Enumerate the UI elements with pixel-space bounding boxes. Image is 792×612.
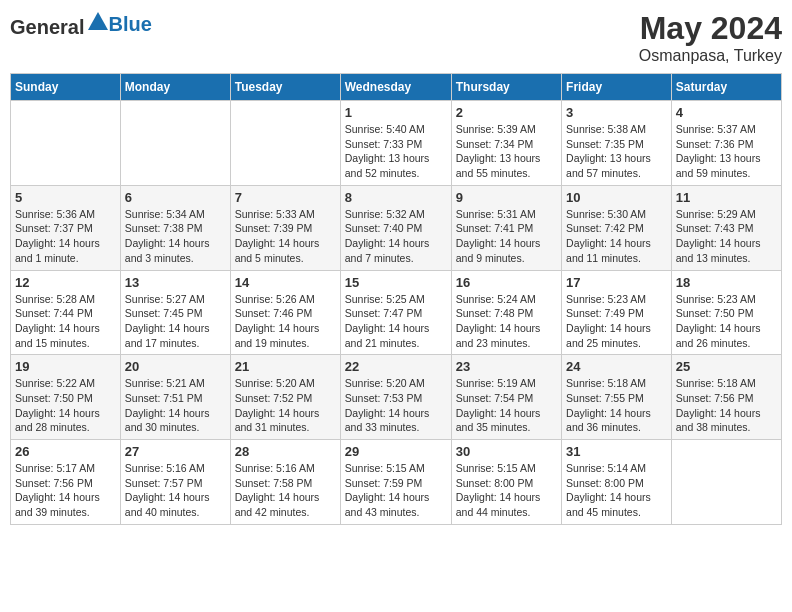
calendar-week-row: 5Sunrise: 5:36 AMSunset: 7:37 PMDaylight… [11, 185, 782, 270]
calendar-table: SundayMondayTuesdayWednesdayThursdayFrid… [10, 73, 782, 525]
calendar-cell: 21Sunrise: 5:20 AMSunset: 7:52 PMDayligh… [230, 355, 340, 440]
calendar-cell: 9Sunrise: 5:31 AMSunset: 7:41 PMDaylight… [451, 185, 561, 270]
day-info: Sunrise: 5:30 AMSunset: 7:42 PMDaylight:… [566, 207, 667, 266]
day-number: 21 [235, 359, 336, 374]
day-number: 20 [125, 359, 226, 374]
calendar-cell [230, 101, 340, 186]
day-number: 28 [235, 444, 336, 459]
calendar-cell: 17Sunrise: 5:23 AMSunset: 7:49 PMDayligh… [562, 270, 672, 355]
calendar-cell: 23Sunrise: 5:19 AMSunset: 7:54 PMDayligh… [451, 355, 561, 440]
day-number: 9 [456, 190, 557, 205]
calendar-cell: 29Sunrise: 5:15 AMSunset: 7:59 PMDayligh… [340, 440, 451, 525]
day-number: 27 [125, 444, 226, 459]
logo-general-text: General [10, 10, 110, 39]
day-info: Sunrise: 5:23 AMSunset: 7:49 PMDaylight:… [566, 292, 667, 351]
day-info: Sunrise: 5:32 AMSunset: 7:40 PMDaylight:… [345, 207, 447, 266]
location-title: Osmanpasa, Turkey [639, 47, 782, 65]
day-info: Sunrise: 5:37 AMSunset: 7:36 PMDaylight:… [676, 122, 777, 181]
day-number: 25 [676, 359, 777, 374]
calendar-cell: 6Sunrise: 5:34 AMSunset: 7:38 PMDaylight… [120, 185, 230, 270]
day-number: 29 [345, 444, 447, 459]
day-number: 14 [235, 275, 336, 290]
day-number: 8 [345, 190, 447, 205]
day-number: 5 [15, 190, 116, 205]
day-info: Sunrise: 5:21 AMSunset: 7:51 PMDaylight:… [125, 376, 226, 435]
svg-marker-0 [88, 12, 108, 30]
day-number: 2 [456, 105, 557, 120]
calendar-cell: 26Sunrise: 5:17 AMSunset: 7:56 PMDayligh… [11, 440, 121, 525]
day-info: Sunrise: 5:15 AMSunset: 8:00 PMDaylight:… [456, 461, 557, 520]
day-info: Sunrise: 5:39 AMSunset: 7:34 PMDaylight:… [456, 122, 557, 181]
calendar-header: SundayMondayTuesdayWednesdayThursdayFrid… [11, 74, 782, 101]
calendar-cell: 2Sunrise: 5:39 AMSunset: 7:34 PMDaylight… [451, 101, 561, 186]
weekday-header: Sunday [11, 74, 121, 101]
day-number: 23 [456, 359, 557, 374]
calendar-cell: 3Sunrise: 5:38 AMSunset: 7:35 PMDaylight… [562, 101, 672, 186]
day-info: Sunrise: 5:15 AMSunset: 7:59 PMDaylight:… [345, 461, 447, 520]
page-header: General Blue May 2024 Osmanpasa, Turkey [10, 10, 782, 65]
weekday-header: Saturday [671, 74, 781, 101]
calendar-cell: 15Sunrise: 5:25 AMSunset: 7:47 PMDayligh… [340, 270, 451, 355]
day-info: Sunrise: 5:16 AMSunset: 7:57 PMDaylight:… [125, 461, 226, 520]
day-number: 26 [15, 444, 116, 459]
day-info: Sunrise: 5:22 AMSunset: 7:50 PMDaylight:… [15, 376, 116, 435]
day-info: Sunrise: 5:24 AMSunset: 7:48 PMDaylight:… [456, 292, 557, 351]
logo-text-blue: Blue [108, 13, 151, 36]
calendar-week-row: 26Sunrise: 5:17 AMSunset: 7:56 PMDayligh… [11, 440, 782, 525]
weekday-header: Thursday [451, 74, 561, 101]
day-number: 11 [676, 190, 777, 205]
day-info: Sunrise: 5:18 AMSunset: 7:56 PMDaylight:… [676, 376, 777, 435]
day-number: 31 [566, 444, 667, 459]
day-number: 1 [345, 105, 447, 120]
day-info: Sunrise: 5:31 AMSunset: 7:41 PMDaylight:… [456, 207, 557, 266]
day-info: Sunrise: 5:17 AMSunset: 7:56 PMDaylight:… [15, 461, 116, 520]
calendar-cell: 22Sunrise: 5:20 AMSunset: 7:53 PMDayligh… [340, 355, 451, 440]
weekday-row: SundayMondayTuesdayWednesdayThursdayFrid… [11, 74, 782, 101]
day-number: 4 [676, 105, 777, 120]
day-number: 30 [456, 444, 557, 459]
day-number: 13 [125, 275, 226, 290]
calendar-cell [120, 101, 230, 186]
calendar-cell: 12Sunrise: 5:28 AMSunset: 7:44 PMDayligh… [11, 270, 121, 355]
weekday-header: Tuesday [230, 74, 340, 101]
day-info: Sunrise: 5:25 AMSunset: 7:47 PMDaylight:… [345, 292, 447, 351]
logo-text-general: General [10, 16, 84, 38]
calendar-cell: 16Sunrise: 5:24 AMSunset: 7:48 PMDayligh… [451, 270, 561, 355]
weekday-header: Wednesday [340, 74, 451, 101]
calendar-cell: 25Sunrise: 5:18 AMSunset: 7:56 PMDayligh… [671, 355, 781, 440]
calendar-cell: 28Sunrise: 5:16 AMSunset: 7:58 PMDayligh… [230, 440, 340, 525]
day-number: 3 [566, 105, 667, 120]
calendar-cell: 4Sunrise: 5:37 AMSunset: 7:36 PMDaylight… [671, 101, 781, 186]
day-info: Sunrise: 5:34 AMSunset: 7:38 PMDaylight:… [125, 207, 226, 266]
day-number: 17 [566, 275, 667, 290]
day-info: Sunrise: 5:28 AMSunset: 7:44 PMDaylight:… [15, 292, 116, 351]
day-number: 6 [125, 190, 226, 205]
calendar-cell [671, 440, 781, 525]
calendar-cell: 27Sunrise: 5:16 AMSunset: 7:57 PMDayligh… [120, 440, 230, 525]
logo-icon [86, 10, 110, 34]
day-info: Sunrise: 5:36 AMSunset: 7:37 PMDaylight:… [15, 207, 116, 266]
calendar-cell: 10Sunrise: 5:30 AMSunset: 7:42 PMDayligh… [562, 185, 672, 270]
day-info: Sunrise: 5:20 AMSunset: 7:53 PMDaylight:… [345, 376, 447, 435]
calendar-cell: 19Sunrise: 5:22 AMSunset: 7:50 PMDayligh… [11, 355, 121, 440]
day-info: Sunrise: 5:27 AMSunset: 7:45 PMDaylight:… [125, 292, 226, 351]
month-title: May 2024 [639, 10, 782, 47]
day-info: Sunrise: 5:40 AMSunset: 7:33 PMDaylight:… [345, 122, 447, 181]
calendar-cell: 13Sunrise: 5:27 AMSunset: 7:45 PMDayligh… [120, 270, 230, 355]
weekday-header: Monday [120, 74, 230, 101]
calendar-cell: 20Sunrise: 5:21 AMSunset: 7:51 PMDayligh… [120, 355, 230, 440]
calendar-cell: 7Sunrise: 5:33 AMSunset: 7:39 PMDaylight… [230, 185, 340, 270]
calendar-cell: 18Sunrise: 5:23 AMSunset: 7:50 PMDayligh… [671, 270, 781, 355]
day-info: Sunrise: 5:33 AMSunset: 7:39 PMDaylight:… [235, 207, 336, 266]
day-number: 24 [566, 359, 667, 374]
calendar-body: 1Sunrise: 5:40 AMSunset: 7:33 PMDaylight… [11, 101, 782, 525]
calendar-cell: 31Sunrise: 5:14 AMSunset: 8:00 PMDayligh… [562, 440, 672, 525]
weekday-header: Friday [562, 74, 672, 101]
day-info: Sunrise: 5:23 AMSunset: 7:50 PMDaylight:… [676, 292, 777, 351]
day-info: Sunrise: 5:16 AMSunset: 7:58 PMDaylight:… [235, 461, 336, 520]
calendar-cell [11, 101, 121, 186]
calendar-cell: 11Sunrise: 5:29 AMSunset: 7:43 PMDayligh… [671, 185, 781, 270]
day-number: 18 [676, 275, 777, 290]
day-info: Sunrise: 5:14 AMSunset: 8:00 PMDaylight:… [566, 461, 667, 520]
day-info: Sunrise: 5:26 AMSunset: 7:46 PMDaylight:… [235, 292, 336, 351]
